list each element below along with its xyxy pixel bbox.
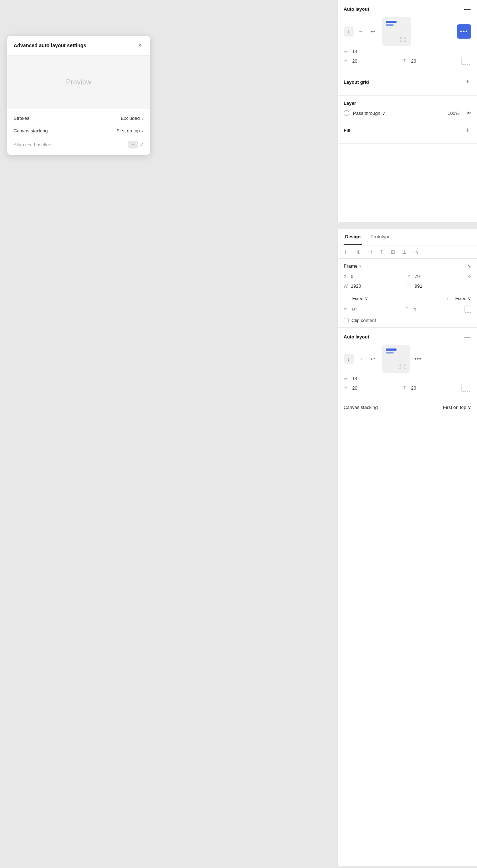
padding-v-value[interactable]: 20 bbox=[411, 58, 422, 64]
frame-section: Frame ∨ ⤡ X 0 Y 79 ⊹ W 1920 bbox=[338, 259, 477, 328]
canvas-stacking-bottom-select[interactable]: First on top ∨ bbox=[443, 405, 471, 410]
padding-h-icon: ⊣ bbox=[344, 58, 350, 63]
direction-wrap-button[interactable]: ↩ bbox=[368, 26, 378, 36]
strokes-value-select[interactable]: Excluded ∨ bbox=[121, 116, 144, 121]
align-center-h-icon[interactable]: ⊕ bbox=[355, 249, 362, 255]
fill-section: Fill + bbox=[338, 121, 477, 144]
align-top-icon[interactable]: ⊤ bbox=[378, 249, 385, 255]
fill-add-button[interactable]: + bbox=[463, 126, 471, 134]
direction-down-button-bottom[interactable]: ↓ bbox=[344, 354, 354, 364]
height-resize-icon: ↕ bbox=[447, 297, 453, 301]
padding-row: ⊣ 20 ⊤ 20 bbox=[344, 57, 471, 65]
tab-prototype[interactable]: Prototype bbox=[369, 229, 392, 245]
align-baseline-row: Align text baseline − ✓ bbox=[7, 137, 150, 152]
y-field[interactable]: Y 79 ⊹ bbox=[408, 272, 472, 281]
preview-label: Preview bbox=[66, 78, 91, 86]
spacing-icon: ⇔ bbox=[344, 49, 350, 54]
layout-grid-add-button[interactable]: + bbox=[463, 78, 471, 86]
spacing-value-bottom[interactable]: 14 bbox=[352, 376, 363, 381]
visibility-eye-icon[interactable]: 👁 bbox=[467, 111, 471, 116]
frame-header: Frame ∨ ⤡ bbox=[338, 259, 477, 272]
preview-area: Preview bbox=[7, 55, 150, 109]
padding-dashed-box[interactable] bbox=[461, 57, 471, 65]
canvas-stacking-bottom-chevron-icon: ∨ bbox=[468, 405, 471, 410]
advanced-panel-title: Advanced auto layout settings bbox=[14, 43, 86, 48]
auto-layout-bottom-header: Auto layout — bbox=[344, 333, 471, 341]
align-center-v-icon[interactable]: ⊞ bbox=[389, 249, 397, 255]
padding-dashed-box-bottom[interactable] bbox=[461, 384, 471, 392]
padding-v-icon: ⊤ bbox=[403, 58, 409, 63]
direction-right-button-bottom[interactable]: → bbox=[356, 354, 366, 364]
xy-position-icon[interactable]: ⊹ bbox=[468, 274, 471, 279]
canvas-stacking-select[interactable]: First on top ∨ bbox=[117, 128, 144, 133]
padding-h-value[interactable]: 20 bbox=[352, 58, 363, 64]
opacity-value[interactable]: 100% bbox=[448, 111, 459, 116]
h-field[interactable]: H 991 bbox=[408, 281, 472, 291]
direction-right-button[interactable]: → bbox=[356, 26, 366, 36]
corner-radius-icon: ⌒ bbox=[405, 307, 411, 312]
w-field[interactable]: W 1920 bbox=[344, 281, 408, 291]
fill-header: Fill + bbox=[344, 126, 471, 134]
corner-radius-value[interactable]: 4 bbox=[413, 307, 416, 312]
spacing-row: ⇔ 14 bbox=[344, 49, 471, 54]
strokes-value: Excluded bbox=[121, 116, 140, 121]
align-baseline-minus-button[interactable]: − bbox=[128, 141, 138, 148]
spacing-value[interactable]: 14 bbox=[352, 49, 363, 54]
canvas-stacking-bottom-value: First on top bbox=[443, 405, 466, 410]
frame-collapse-icon[interactable]: ⤡ bbox=[467, 263, 471, 269]
strokes-row: Strokes Excluded ∨ bbox=[7, 112, 150, 125]
rotation-icon: ↺ bbox=[344, 307, 350, 312]
x-field[interactable]: X 0 bbox=[344, 272, 408, 281]
tab-bar: Design Prototype bbox=[338, 229, 477, 245]
auto-layout-title: Auto layout bbox=[344, 6, 369, 12]
pass-through-label: Pass through bbox=[353, 111, 380, 116]
clip-content-label: Clip content bbox=[351, 318, 376, 323]
canvas-stacking-bottom-label: Canvas stacking bbox=[344, 405, 378, 410]
height-resize-select[interactable]: Fixed ∨ bbox=[455, 296, 471, 301]
padding-h-value-bottom[interactable]: 20 bbox=[352, 385, 363, 391]
advanced-panel-close-button[interactable]: × bbox=[136, 42, 144, 49]
frame-chevron-icon: ∨ bbox=[359, 264, 362, 268]
auto-layout-section-top: Auto layout — ↓ → ↩ bbox=[338, 0, 477, 73]
alignment-grid-top[interactable] bbox=[382, 17, 411, 46]
more-options-button-bottom[interactable]: ••• bbox=[413, 354, 423, 364]
frame-title-group[interactable]: Frame ∨ bbox=[344, 263, 362, 269]
tab-design[interactable]: Design bbox=[344, 229, 362, 245]
layout-grid-title: Layout grid bbox=[344, 79, 369, 85]
auto-layout-minus-button[interactable]: — bbox=[463, 5, 471, 13]
clip-content-row: Clip content bbox=[338, 315, 477, 327]
align-baseline-controls: − ✓ bbox=[128, 141, 144, 148]
clip-content-checkbox[interactable] bbox=[344, 318, 349, 323]
frame-xy-grid: X 0 Y 79 ⊹ W 1920 H 991 bbox=[338, 272, 477, 294]
direction-down-button[interactable]: ↓ bbox=[344, 26, 354, 36]
direction-wrap-button-bottom[interactable]: ↩ bbox=[368, 354, 378, 364]
auto-layout-header: Auto layout — bbox=[344, 5, 471, 13]
padding-h-icon-bottom: ⊣ bbox=[344, 385, 350, 390]
align-bottom-icon[interactable]: ⊥ bbox=[401, 249, 408, 255]
width-resize-select[interactable]: Fixed ∨ bbox=[352, 296, 368, 301]
y-value: 79 bbox=[415, 274, 420, 279]
padding-v-value-bottom[interactable]: 20 bbox=[411, 385, 422, 391]
align-right-icon[interactable]: ⊣ bbox=[367, 249, 374, 255]
auto-layout-bottom-minus-button[interactable]: — bbox=[463, 333, 471, 341]
width-resize-icon: ↔ bbox=[344, 297, 350, 301]
distribute-icon[interactable]: ≡∨ bbox=[412, 249, 419, 255]
rotation-corner-row: ↺ 0° ⌒ 4 bbox=[338, 303, 477, 315]
canvas-stacking-row: Canvas stacking First on top ∨ bbox=[7, 125, 150, 137]
alignment-grid-bottom[interactable] bbox=[382, 345, 410, 373]
more-options-button-blue[interactable]: ••• bbox=[457, 24, 471, 39]
align-baseline-label: Align text baseline bbox=[14, 142, 51, 147]
rotation-value[interactable]: 0° bbox=[352, 307, 356, 312]
layer-section: Layer Pass through ∨ 100% 👁 bbox=[338, 96, 477, 121]
canvas-stacking-section: Canvas stacking First on top ∨ bbox=[338, 400, 477, 414]
pass-through-chevron-icon: ∨ bbox=[382, 111, 385, 116]
advanced-panel-header: Advanced auto layout settings × bbox=[7, 36, 150, 55]
pass-through-select[interactable]: Pass through ∨ bbox=[353, 111, 385, 116]
layer-row: Pass through ∨ 100% 👁 bbox=[344, 110, 471, 116]
align-left-icon[interactable]: ⊢ bbox=[344, 249, 351, 255]
align-toolbar: ⊢ ⊕ ⊣ ⊤ ⊞ ⊥ ≡∨ bbox=[338, 245, 477, 259]
fill-title: Fill bbox=[344, 128, 350, 133]
auto-layout-bottom-title: Auto layout bbox=[344, 334, 369, 340]
width-resize-chevron-icon: ∨ bbox=[365, 296, 368, 301]
corner-per-corner-box[interactable] bbox=[464, 306, 471, 313]
